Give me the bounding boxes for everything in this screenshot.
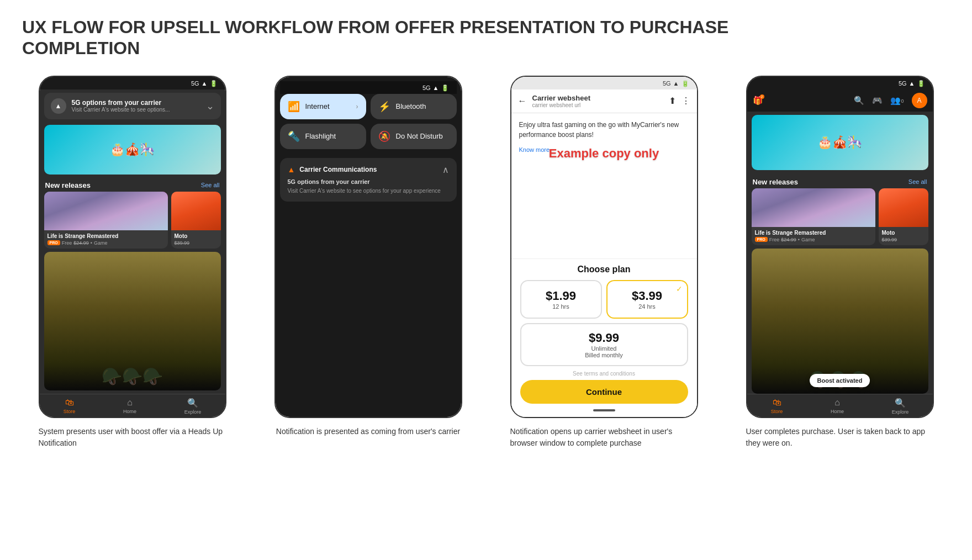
screen4-statusbar: 5G ▲ 🔋	[747, 77, 933, 89]
store-top-bar4: 🎁2 🔍 🎮 👥0 A	[747, 89, 933, 112]
plan3-billing: Billed monthly	[527, 352, 682, 358]
notif-subtitle: Visit Carrier A's website to see options…	[72, 107, 200, 113]
people-icon4[interactable]: 👥0	[890, 96, 904, 105]
back-button[interactable]: ←	[518, 96, 527, 106]
see-all1[interactable]: See all	[201, 182, 220, 188]
game-card2[interactable]: Moto $39.99	[171, 192, 221, 249]
game-card2-img	[171, 192, 221, 230]
websheet-toolbar: ← Carrier websheet carrier websheet url …	[511, 89, 697, 113]
controller-icon4[interactable]: 🎮	[872, 96, 883, 105]
notif-expand-icon[interactable]: ⌄	[206, 100, 214, 112]
section-title1: New releases	[45, 181, 91, 189]
game-card4-2-img	[879, 188, 928, 227]
share-icon[interactable]: ⬆	[669, 96, 676, 106]
internet-arrow: ›	[356, 103, 358, 110]
gift-icon4[interactable]: 🎁2	[753, 96, 763, 105]
carrier-collapse-icon[interactable]: ∧	[442, 165, 449, 175]
screen3-status-text: 5G	[663, 80, 671, 87]
game-name4-1: Life is Strange Remastered	[755, 230, 872, 236]
see-all4[interactable]: See all	[908, 178, 927, 185]
plan-card-3[interactable]: $9.99 Unlimited Billed monthly	[520, 323, 688, 366]
battery-icon3: 🔋	[682, 80, 689, 87]
lis-bg4	[752, 188, 875, 227]
choose-plan-title: Choose plan	[520, 265, 688, 274]
game-meta1: PRO Free $24.99 • Game	[47, 240, 165, 246]
bottom-game-banner1: 🪖🪖🪖	[44, 252, 221, 390]
continue-button[interactable]: Continue	[520, 380, 688, 404]
top-bar-left: 🎁2	[753, 96, 763, 105]
flashlight-icon: 🔦	[288, 130, 300, 142]
url-area: Carrier websheet carrier websheet url	[532, 94, 661, 108]
internet-icon: 📶	[288, 101, 300, 113]
site-name: Carrier websheet	[532, 94, 661, 102]
soldier-icon1: 🪖🪖🪖	[102, 367, 163, 386]
screen4-content: 5G ▲ 🔋 🎁2 🔍 🎮 👥0 A	[747, 77, 933, 417]
dnd-tile[interactable]: 🔕 Do Not Disturb	[371, 124, 457, 149]
bluetooth-tile[interactable]: ⚡ Bluetooth	[371, 94, 457, 119]
carrier-notif-header: ▲ Carrier Communications ∧	[288, 165, 449, 175]
carrier-title: Carrier Communications	[299, 166, 437, 173]
game-card4-2-info: Moto $39.99	[879, 227, 928, 245]
nav-home4[interactable]: ⌂ Home	[831, 398, 844, 415]
battery-icon: 🔋	[210, 80, 218, 87]
game-card1[interactable]: Life is Strange Remastered PRO Free $24.…	[44, 192, 168, 249]
plan2-price: $3.99	[613, 289, 682, 303]
game-card4-1[interactable]: Life is Strange Remastered PRO Free $24.…	[752, 188, 875, 245]
screen3-phone: 5G ▲ 🔋 ← Carrier websheet carrier webshe…	[510, 76, 698, 418]
store-banner1: 🎂🎪🎠	[44, 125, 221, 175]
terms-text[interactable]: See terms and conditions	[520, 371, 688, 377]
section-title4: New releases	[753, 178, 798, 186]
nav-home1[interactable]: ⌂ Home	[123, 398, 136, 415]
game-card1-img	[44, 192, 168, 230]
screen1-content: 5G ▲ 🔋 ▲ 5G options from your carrier Vi…	[40, 77, 225, 417]
game-price1: $24.99	[73, 240, 89, 246]
game-card2-info: Moto $39.99	[171, 230, 221, 249]
plan1-duration: 12 hrs	[527, 303, 595, 310]
screen3-content: 5G ▲ 🔋 ← Carrier websheet carrier webshe…	[511, 77, 697, 417]
page-title: UX FLOW FOR UPSELL WORKFLOW FROM OFFER P…	[22, 17, 740, 59]
game-type4: Game	[801, 237, 815, 242]
avatar4[interactable]: A	[912, 93, 927, 108]
store-nav-icon4: 🛍	[773, 398, 781, 408]
game-meta4-2: $39.99	[882, 237, 925, 242]
nav-explore4[interactable]: 🔍 Explore	[892, 398, 909, 415]
games-row4: Life is Strange Remastered PRO Free $24.…	[747, 188, 933, 245]
flashlight-tile[interactable]: 🔦 Flashlight	[280, 124, 366, 149]
internet-label: Internet	[305, 102, 330, 110]
search-icon4[interactable]: 🔍	[854, 96, 864, 105]
know-more-link[interactable]: Know more	[519, 146, 550, 153]
screen4-col: 5G ▲ 🔋 🎁2 🔍 🎮 👥0 A	[730, 76, 950, 450]
choose-plan-section: Choose plan $1.99 12 hrs ✓ $3.99 24 hrs	[511, 258, 697, 417]
nav-store1[interactable]: 🛍 Store	[64, 398, 76, 415]
quick-tiles: 📶 Internet › ⚡ Bluetooth 🔦 Flashlight 🔕	[280, 94, 457, 149]
dnd-icon: 🔕	[378, 130, 390, 142]
headsup-notification[interactable]: ▲ 5G options from your carrier Visit Car…	[44, 93, 221, 119]
signal-icon: ▲	[202, 80, 208, 87]
bluetooth-icon: ⚡	[378, 101, 390, 113]
websheet-content: Enjoy ultra fast gaming on the go with M…	[511, 113, 697, 258]
carrier-body-title: 5G options from your carrier	[288, 178, 449, 185]
game-free1: Free	[62, 240, 72, 246]
plan-card-1[interactable]: $1.99 12 hrs	[520, 280, 602, 319]
more-icon[interactable]: ⋮	[682, 96, 690, 106]
carrier-signal-icon: ▲	[288, 165, 295, 174]
game-card4-2[interactable]: Moto $39.99	[879, 188, 928, 245]
boost-toast: Boost activated	[810, 374, 870, 387]
screen1-desc: System presents user with boost offer vi…	[39, 426, 226, 450]
nav-home-label1: Home	[123, 409, 136, 414]
plan-card-2[interactable]: ✓ $3.99 24 hrs	[606, 280, 688, 319]
internet-tile[interactable]: 📶 Internet ›	[280, 94, 366, 119]
nav-store4[interactable]: 🛍 Store	[771, 398, 783, 415]
plan3-price: $9.99	[527, 331, 682, 345]
pro-badge1: PRO	[47, 240, 60, 245]
signal-icon2: ▲	[433, 84, 439, 91]
carrier-body-text: Visit Carrier A's website to see options…	[288, 187, 449, 195]
screens-row: 5G ▲ 🔋 ▲ 5G options from your carrier Vi…	[22, 76, 950, 450]
nav-home-label4: Home	[831, 409, 844, 414]
nav-explore-label1: Explore	[184, 409, 202, 415]
screen4-phone: 5G ▲ 🔋 🎁2 🔍 🎮 👥0 A	[746, 76, 934, 418]
bluetooth-label: Bluetooth	[396, 102, 426, 110]
screen1-phone: 5G ▲ 🔋 ▲ 5G options from your carrier Vi…	[39, 76, 226, 418]
nav-explore1[interactable]: 🔍 Explore	[184, 398, 202, 415]
screen3-statusbar: 5G ▲ 🔋	[511, 77, 697, 89]
